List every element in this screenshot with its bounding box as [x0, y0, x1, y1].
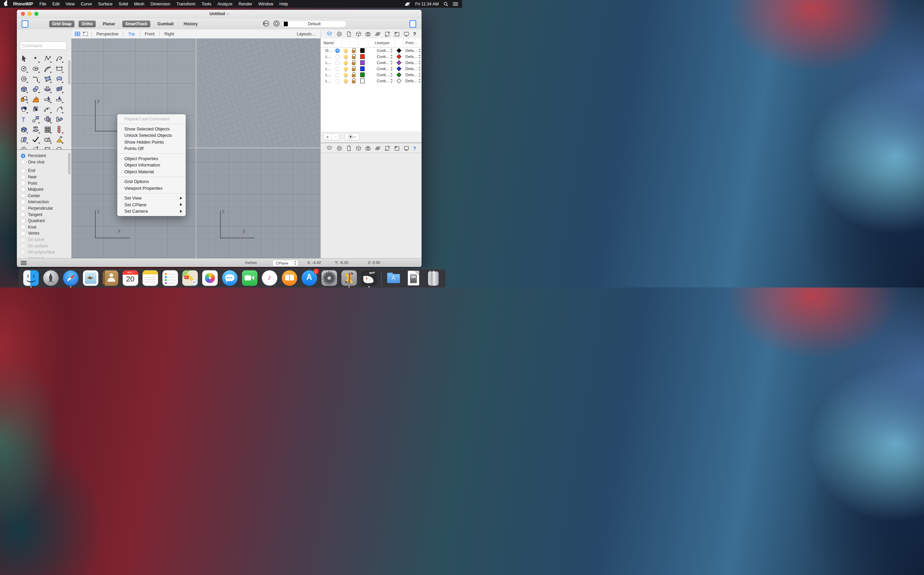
menu-view[interactable]: View: [63, 2, 78, 6]
menu-item-set-cplane[interactable]: Set CPlane: [117, 202, 186, 208]
dock-facetime-icon[interactable]: [242, 270, 257, 287]
layer-color-swatch[interactable]: [360, 54, 365, 59]
menu-tools[interactable]: Tools: [198, 2, 214, 6]
tool-box-icon[interactable]: [19, 84, 29, 94]
layer-visibility-bulb-icon[interactable]: [344, 49, 348, 52]
gumball-toggle[interactable]: Gumball: [154, 21, 176, 27]
column-linetype[interactable]: Linetype: [375, 41, 389, 45]
tool-circle-center-icon[interactable]: [19, 145, 29, 149]
layer-visibility-bulb-icon[interactable]: [344, 55, 348, 59]
panel-splitter[interactable]: [321, 143, 422, 143]
menu-item-unlock-selected-objects[interactable]: Unlock Selected Objects: [117, 132, 186, 139]
notes-panel-icon[interactable]: [346, 145, 352, 151]
linetype-stepper[interactable]: [390, 55, 392, 59]
osnap-onpolysurface-checkbox[interactable]: On polysurface: [21, 249, 68, 256]
layer-color-swatch[interactable]: [360, 48, 365, 53]
print-stepper[interactable]: [418, 73, 421, 77]
osnap-knot-checkbox[interactable]: Knot: [21, 224, 68, 230]
tool-rotate-icon[interactable]: [54, 114, 64, 124]
layer-row[interactable]: L… Conti… Defa…: [321, 78, 422, 84]
tab-right[interactable]: Right: [163, 32, 176, 37]
status-menu-grip-icon[interactable]: [21, 261, 27, 265]
materials-panel-icon[interactable]: [336, 145, 342, 151]
dock-launchpad-icon[interactable]: [43, 270, 59, 287]
grid-panel-icon[interactable]: [375, 145, 381, 151]
menu-help[interactable]: Help: [276, 2, 291, 6]
frame-panel-icon[interactable]: [394, 145, 400, 151]
dock-trash-icon[interactable]: [425, 270, 441, 287]
tool-select-icon[interactable]: [19, 54, 29, 64]
osnap-scrollbar[interactable]: [68, 152, 70, 174]
tool-offset-icon[interactable]: [19, 135, 29, 145]
tool-array-icon[interactable]: [43, 114, 52, 124]
command-input[interactable]: [20, 41, 67, 49]
column-name[interactable]: Name: [324, 41, 334, 45]
linetype-stepper[interactable]: [390, 73, 392, 77]
window-titlebar[interactable]: Untitled: [17, 10, 422, 18]
menu-item-object-information[interactable]: Object Information: [117, 162, 186, 168]
right-sidebar-toggle-icon[interactable]: [410, 20, 416, 28]
current-layer-radio[interactable]: [335, 61, 340, 65]
dock-mail-icon[interactable]: [83, 270, 98, 287]
print-color-diamond[interactable]: [397, 79, 401, 83]
osnap-tangent-checkbox[interactable]: Tangent: [21, 211, 68, 218]
tool-extend-curve-icon[interactable]: [54, 104, 64, 114]
display-panel-icon[interactable]: [403, 31, 410, 37]
smarttrack-toggle[interactable]: SmartTrack: [122, 21, 150, 27]
menu-item-points-off[interactable]: Points Off: [117, 145, 186, 152]
grid-snap-toggle[interactable]: Grid Snap: [49, 21, 75, 27]
tool-point-icon[interactable]: [31, 54, 41, 64]
apple-menu-icon[interactable]: [4, 2, 8, 6]
dock-installer-icon[interactable]: [406, 270, 421, 287]
tool-solid-corner-icon[interactable]: [19, 124, 29, 135]
viewport-vertical-splitter[interactable]: [196, 38, 197, 258]
menu-item-object-material[interactable]: Object Material: [117, 168, 186, 175]
print-stepper[interactable]: [418, 55, 421, 59]
tool-split-edge-icon[interactable]: [54, 124, 64, 135]
tool-arc-icon[interactable]: [43, 64, 52, 74]
menu-transform[interactable]: Transform: [173, 2, 198, 6]
dock-contacts-icon[interactable]: [103, 270, 118, 287]
dock-applications-folder-icon[interactable]: A: [386, 270, 401, 287]
tool-surface-from-curves-icon[interactable]: [54, 74, 64, 84]
tool-curve-icon[interactable]: [54, 54, 64, 64]
planar-toggle[interactable]: Planar: [100, 21, 118, 27]
layer-color-swatch[interactable]: [360, 67, 365, 71]
tool-pyramid-move-icon[interactable]: [54, 135, 64, 145]
help-panel-icon[interactable]: ?: [413, 145, 416, 151]
tool-scale-icon[interactable]: [31, 114, 41, 124]
osnap-near-checkbox[interactable]: Near: [21, 174, 68, 180]
remove-layer-button[interactable]: −: [332, 133, 339, 140]
tab-top[interactable]: Top: [127, 32, 136, 37]
tool-patch-icon[interactable]: [54, 84, 64, 94]
notes-panel-icon[interactable]: [346, 31, 352, 37]
menu-solid[interactable]: Solid: [116, 2, 131, 6]
dock-appstore-icon[interactable]: 1A: [302, 270, 317, 287]
current-layer-radio[interactable]: [335, 55, 340, 59]
four-pane-layout-icon[interactable]: [75, 32, 80, 36]
sidebar-splitter[interactable]: [17, 149, 71, 150]
print-stepper[interactable]: [418, 61, 421, 65]
tools-scrollbar[interactable]: [68, 60, 70, 84]
dock-maps-icon[interactable]: 2803D: [182, 270, 198, 287]
osnap-onsurface-checkbox[interactable]: On surface: [21, 243, 68, 249]
osnap-perpendicular-checkbox[interactable]: Perpendicular: [21, 205, 68, 212]
layouts-button[interactable]: Layouts…: [297, 32, 316, 37]
menu-item-show-selected-objects[interactable]: Show Selected Objects: [117, 126, 186, 132]
dock-system-preferences-icon[interactable]: [321, 270, 337, 287]
tool-extrude-icon[interactable]: [31, 124, 41, 135]
viewport-perspective[interactable]: z y x: [197, 38, 321, 148]
left-sidebar-toggle-icon[interactable]: [22, 20, 28, 28]
layer-lock-icon[interactable]: [352, 50, 356, 53]
menu-edit[interactable]: Edit: [49, 2, 63, 6]
tool-boolean-icon[interactable]: [19, 104, 29, 114]
tool-ellipse-icon[interactable]: [31, 64, 41, 74]
layer-lock-icon[interactable]: [352, 68, 356, 71]
ortho-toggle[interactable]: Ortho: [78, 21, 96, 27]
print-stepper[interactable]: [418, 79, 421, 83]
dock-reminders-icon[interactable]: [162, 270, 178, 287]
tool-point-cloud-icon[interactable]: [31, 104, 41, 114]
menu-item-set-view[interactable]: Set View: [117, 195, 186, 202]
tool-plugins-icon[interactable]: [19, 94, 29, 104]
layer-row[interactable]: L… Conti… Defa…: [321, 66, 422, 72]
